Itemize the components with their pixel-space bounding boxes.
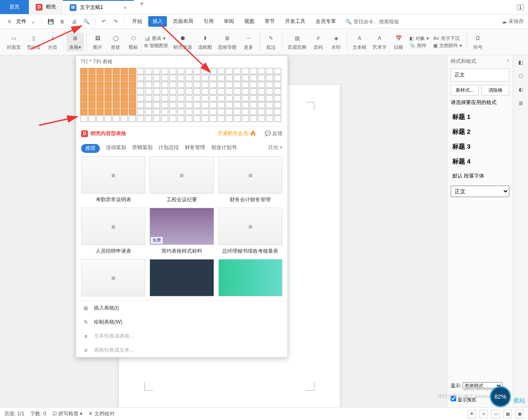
grid-cell[interactable] xyxy=(169,88,176,95)
template-item[interactable]: ▦考勤异常说明表 xyxy=(81,156,145,203)
menu-view[interactable]: 视图 xyxy=(240,16,259,27)
grid-cell[interactable] xyxy=(153,102,160,108)
search-input[interactable] xyxy=(353,19,417,25)
sidebar-icon-4[interactable]: ⊞ xyxy=(516,99,525,108)
file-menu[interactable]: 文件 xyxy=(16,18,26,25)
grid-cell[interactable] xyxy=(274,82,281,88)
grid-cell[interactable] xyxy=(185,116,192,122)
grid-cell[interactable] xyxy=(96,88,104,95)
grid-cell[interactable] xyxy=(137,68,144,74)
grid-cell[interactable] xyxy=(242,116,249,122)
grid-cell[interactable] xyxy=(217,102,225,108)
grid-cell[interactable] xyxy=(129,95,136,101)
grid-cell[interactable] xyxy=(104,95,112,101)
page-indicator[interactable]: 页面: 1/1 xyxy=(4,410,24,417)
style-heading1[interactable]: 标题 1 xyxy=(451,110,509,124)
grid-cell[interactable] xyxy=(201,82,209,88)
grid-cell[interactable] xyxy=(258,75,265,81)
grid-cell[interactable] xyxy=(226,68,233,74)
style-default-font[interactable]: 默认 段落字体 xyxy=(451,169,509,183)
grid-cell[interactable] xyxy=(242,68,249,74)
grid-cell[interactable] xyxy=(96,75,104,81)
grid-cell[interactable] xyxy=(113,116,120,122)
grid-cell[interactable] xyxy=(145,82,152,88)
grid-cell[interactable] xyxy=(234,95,241,101)
grid-cell[interactable] xyxy=(80,95,88,101)
grid-cell[interactable] xyxy=(234,88,241,95)
grid-cell[interactable] xyxy=(193,95,200,101)
tab-business[interactable]: 创业计划书 xyxy=(211,144,237,153)
grid-cell[interactable] xyxy=(121,102,128,108)
grid-cell[interactable] xyxy=(169,95,176,101)
sidebar-icon-1[interactable]: ◧ xyxy=(516,58,525,67)
grid-cell[interactable] xyxy=(193,82,200,88)
grid-cell[interactable] xyxy=(274,75,281,81)
grid-cell[interactable] xyxy=(129,68,136,74)
grid-cell[interactable] xyxy=(234,82,241,88)
style-dropdown[interactable]: 正文 xyxy=(451,186,509,197)
grid-cell[interactable] xyxy=(242,75,249,81)
grid-cell[interactable] xyxy=(274,88,281,95)
tab-plan[interactable]: 计划总结 xyxy=(158,144,179,153)
grid-cell[interactable] xyxy=(226,82,233,88)
tab-activity[interactable]: 活动策划 xyxy=(106,144,126,153)
template-item[interactable]: ▦总经理秘书绩效考核量表 xyxy=(218,208,282,255)
style-heading3[interactable]: 标题 3 xyxy=(451,139,509,154)
grid-cell[interactable] xyxy=(121,68,128,74)
grid-cell[interactable] xyxy=(153,95,160,101)
grid-cell[interactable] xyxy=(104,82,112,88)
grid-cell[interactable] xyxy=(104,109,112,115)
grid-cell[interactable] xyxy=(137,102,144,108)
close-icon[interactable]: × xyxy=(506,58,509,64)
menu-icon[interactable]: ≡ xyxy=(4,17,14,27)
grid-cell[interactable] xyxy=(266,68,273,74)
grid-cell[interactable] xyxy=(217,109,225,115)
tab-recommend[interactable]: 推荐 xyxy=(81,144,100,153)
grid-cell[interactable] xyxy=(96,102,104,108)
grid-cell[interactable] xyxy=(177,88,184,95)
tab-other[interactable]: 其他 ≡ xyxy=(268,144,282,153)
grid-cell[interactable] xyxy=(121,82,128,88)
grid-cell[interactable] xyxy=(137,82,144,88)
grid-cell[interactable] xyxy=(104,116,112,122)
grid-cell[interactable] xyxy=(217,88,225,95)
redo-icon[interactable]: ↷ xyxy=(110,17,121,27)
grid-cell[interactable] xyxy=(161,88,168,95)
grid-cell[interactable] xyxy=(113,82,120,88)
grid-cell[interactable] xyxy=(153,116,160,122)
picture-button[interactable]: 🖼图片 xyxy=(89,33,106,51)
grid-cell[interactable] xyxy=(258,88,265,95)
grid-cell[interactable] xyxy=(250,68,257,74)
grid-cell[interactable] xyxy=(145,102,152,108)
grid-cell[interactable] xyxy=(266,102,273,108)
grid-cell[interactable] xyxy=(80,82,88,88)
grid-cell[interactable] xyxy=(226,116,233,122)
view-eye-icon[interactable]: 👁 xyxy=(468,410,476,418)
grid-cell[interactable] xyxy=(185,82,192,88)
grid-cell[interactable] xyxy=(137,109,144,115)
grid-cell[interactable] xyxy=(161,116,168,122)
grid-cell[interactable] xyxy=(153,68,160,74)
grid-cell[interactable] xyxy=(250,75,257,81)
cover-page-button[interactable]: ▭封面页 xyxy=(4,33,23,51)
view-read-icon[interactable]: ▣ xyxy=(515,410,524,418)
template-item[interactable]: ▦ xyxy=(81,259,145,296)
spellcheck-button[interactable]: ☑ 拼写检查 ▾ xyxy=(52,410,83,417)
mindmap-button[interactable]: ⊞思维导图 xyxy=(215,33,239,51)
grid-cell[interactable] xyxy=(145,68,152,74)
grid-cell[interactable] xyxy=(177,109,184,115)
grid-cell[interactable] xyxy=(185,95,192,101)
grid-cell[interactable] xyxy=(129,75,136,81)
grid-cell[interactable] xyxy=(129,116,136,122)
grid-cell[interactable] xyxy=(88,75,96,81)
grid-cell[interactable] xyxy=(258,82,265,88)
grid-cell[interactable] xyxy=(250,88,257,95)
grid-cell[interactable] xyxy=(169,102,176,108)
clear-format-button[interactable]: 清除格 xyxy=(481,85,509,96)
grid-cell[interactable] xyxy=(88,116,96,122)
menu-review[interactable]: 审阅 xyxy=(220,16,238,27)
grid-cell[interactable] xyxy=(96,95,104,101)
grid-cell[interactable] xyxy=(226,88,233,95)
grid-cell[interactable] xyxy=(80,75,88,81)
grid-cell[interactable] xyxy=(129,109,136,115)
